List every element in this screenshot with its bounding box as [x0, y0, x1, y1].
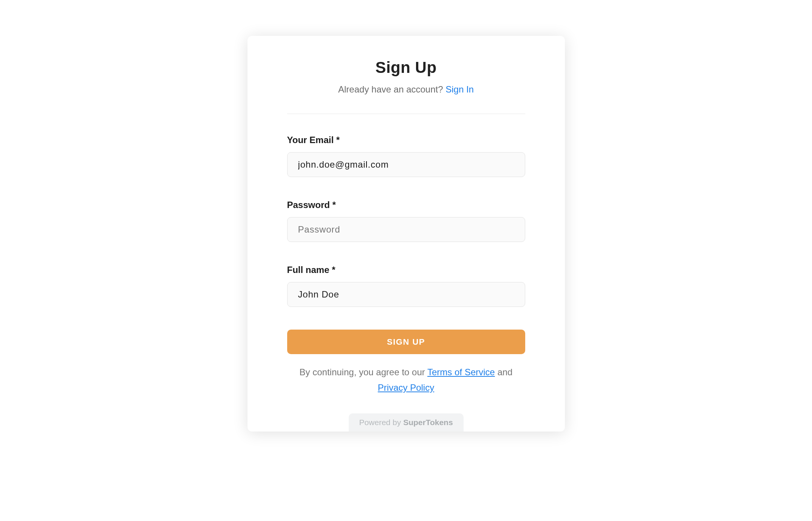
- email-label: Your Email *: [287, 135, 525, 145]
- consent-connector: and: [497, 367, 512, 377]
- signup-card: Sign Up Already have an account? Sign In…: [247, 36, 565, 432]
- email-group: Your Email *: [287, 135, 525, 177]
- signin-link[interactable]: Sign In: [445, 84, 474, 94]
- privacy-policy-link[interactable]: Privacy Policy: [378, 382, 434, 393]
- card-header: Sign Up Already have an account? Sign In: [287, 59, 525, 114]
- subtitle-text: Already have an account?: [338, 84, 443, 94]
- subtitle-row: Already have an account? Sign In: [287, 84, 525, 95]
- terms-of-service-link[interactable]: Terms of Service: [427, 367, 495, 377]
- fullname-label: Full name *: [287, 265, 525, 275]
- powered-brand: SuperTokens: [403, 418, 453, 427]
- fullname-group: Full name *: [287, 265, 525, 307]
- password-input[interactable]: [287, 217, 525, 242]
- fullname-input[interactable]: [287, 282, 525, 307]
- email-input[interactable]: [287, 152, 525, 177]
- powered-by-badge[interactable]: Powered by SuperTokens: [348, 413, 463, 432]
- password-group: Password *: [287, 200, 525, 242]
- password-label: Password *: [287, 200, 525, 210]
- page-title: Sign Up: [287, 59, 525, 77]
- consent-prefix: By continuing, you agree to our: [300, 367, 427, 377]
- consent-text: By continuing, you agree to our Terms of…: [287, 365, 525, 396]
- powered-prefix: Powered by: [359, 418, 403, 427]
- signup-button[interactable]: SIGN UP: [287, 330, 525, 354]
